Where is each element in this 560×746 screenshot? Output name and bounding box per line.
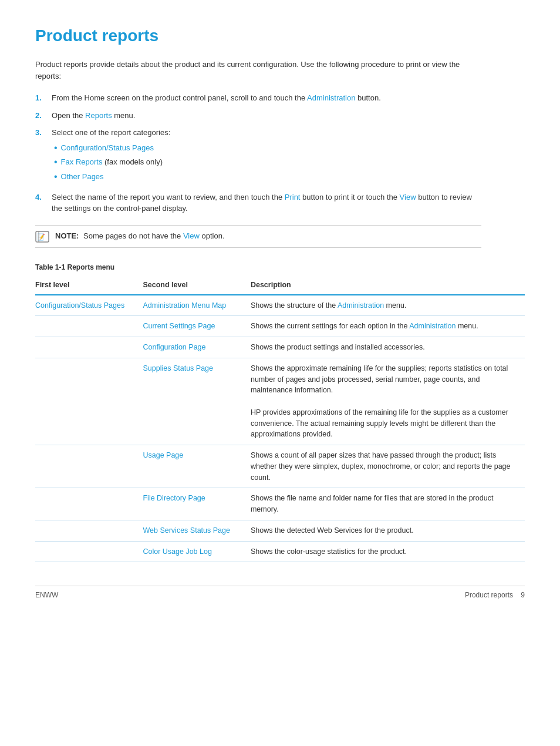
step-2-text: Open the Reports menu. xyxy=(52,110,135,122)
desc-link[interactable]: Administration xyxy=(409,322,456,330)
cell-first-level xyxy=(35,358,143,445)
cell-second-level: Color Usage Job Log xyxy=(143,541,250,562)
sub-item-3: • Other Pages xyxy=(54,171,170,183)
cell-first-level xyxy=(35,337,143,358)
note-icon: 📝 xyxy=(35,231,49,243)
steps-list: 1. From the Home screen on the product c… xyxy=(35,92,525,214)
second-level-link[interactable]: Current Settings Page xyxy=(143,322,215,330)
table-header-row: First level Second level Description xyxy=(35,276,525,295)
table-caption: Table 1-1 Reports menu xyxy=(35,262,525,273)
step-2: 2. Open the Reports menu. xyxy=(35,110,481,122)
cell-first-level xyxy=(35,541,143,562)
bullet-2: • xyxy=(54,156,58,169)
table-row: Current Settings PageShows the current s… xyxy=(35,316,525,337)
desc-link[interactable]: Administration xyxy=(338,301,384,310)
cell-description: Shows the product settings and installed… xyxy=(251,337,525,358)
cell-description: Shows the current settings for each opti… xyxy=(251,316,525,337)
cell-description: Shows the color-usage statistics for the… xyxy=(251,541,525,562)
cell-description: Shows the approximate remaining life for… xyxy=(251,358,525,445)
step-4: 4. Select the name of the report you wan… xyxy=(35,191,481,214)
cell-first-level xyxy=(35,316,143,337)
step-3-text: Select one of the report categories: • C… xyxy=(52,127,170,186)
step-3-num: 3. xyxy=(35,127,47,186)
cell-second-level: Supplies Status Page xyxy=(143,358,250,445)
print-link[interactable]: Print xyxy=(285,193,301,201)
table-row: Supplies Status PageShows the approximat… xyxy=(35,358,525,445)
cell-first-level xyxy=(35,445,143,488)
cell-second-level: File Directory Page xyxy=(143,488,250,520)
view-link-1[interactable]: View xyxy=(400,193,416,201)
sub-list: • Configuration/Status Pages • Fax Repor… xyxy=(54,142,170,183)
col-header-first: First level xyxy=(35,276,143,295)
administration-link-1[interactable]: Administration xyxy=(307,93,355,102)
step-1-num: 1. xyxy=(35,92,47,104)
col-header-desc: Description xyxy=(251,276,525,295)
second-level-link[interactable]: File Directory Page xyxy=(143,494,205,502)
reports-table: First level Second level Description Con… xyxy=(35,276,525,563)
sub-item-1: • Configuration/Status Pages xyxy=(54,142,170,154)
second-level-link[interactable]: Web Services Status Page xyxy=(143,526,230,535)
sub-item-2: • Fax Reports (fax models only) xyxy=(54,156,170,169)
bullet-1: • xyxy=(54,142,58,154)
note-text: NOTE: Some pages do not have the View op… xyxy=(55,230,225,242)
table-row: Web Services Status PageShows the detect… xyxy=(35,520,525,541)
config-status-link[interactable]: Configuration/Status Pages xyxy=(61,143,154,152)
intro-text: Product reports provide details about th… xyxy=(35,59,481,82)
first-level-link[interactable]: Configuration/Status Pages xyxy=(35,301,124,310)
cell-second-level: Usage Page xyxy=(143,445,250,488)
second-level-link[interactable]: Administration Menu Map xyxy=(143,301,226,310)
step-4-num: 4. xyxy=(35,191,47,214)
step-2-num: 2. xyxy=(35,110,47,122)
cell-description: Shows a count of all paper sizes that ha… xyxy=(251,445,525,488)
table-row: Configuration/Status PagesAdministration… xyxy=(35,295,525,316)
reports-link[interactable]: Reports xyxy=(85,111,112,120)
second-level-link[interactable]: Usage Page xyxy=(143,451,183,459)
cell-first-level xyxy=(35,520,143,541)
cell-description: Shows the structure of the Administratio… xyxy=(251,295,525,316)
table-row: Usage PageShows a count of all paper siz… xyxy=(35,445,525,488)
footer: ENWW Product reports 9 xyxy=(35,586,525,600)
cell-description: Shows the file name and folder name for … xyxy=(251,488,525,520)
svg-text:📝: 📝 xyxy=(37,233,45,241)
other-pages-link[interactable]: Other Pages xyxy=(61,172,104,181)
fax-reports-link[interactable]: Fax Reports xyxy=(61,157,103,166)
cell-description: Shows the detected Web Services for the … xyxy=(251,520,525,541)
second-level-link[interactable]: Configuration Page xyxy=(143,343,205,351)
second-level-link[interactable]: Supplies Status Page xyxy=(143,364,213,372)
cell-second-level: Administration Menu Map xyxy=(143,295,250,316)
col-header-second: Second level xyxy=(143,276,250,295)
step-3: 3. Select one of the report categories: … xyxy=(35,127,481,186)
step-1: 1. From the Home screen on the product c… xyxy=(35,92,481,104)
bullet-3: • xyxy=(54,171,58,183)
cell-second-level: Configuration Page xyxy=(143,337,250,358)
table-row: Color Usage Job LogShows the color-usage… xyxy=(35,541,525,562)
view-link-note[interactable]: View xyxy=(183,231,200,240)
second-level-link[interactable]: Color Usage Job Log xyxy=(143,547,211,556)
step-1-text: From the Home screen on the product cont… xyxy=(52,92,381,104)
page-title: Product reports xyxy=(35,23,525,48)
table-row: File Directory PageShows the file name a… xyxy=(35,488,525,520)
footer-right: Product reports 9 xyxy=(465,590,525,600)
note-box: 📝 NOTE: Some pages do not have the View … xyxy=(35,225,481,248)
step-4-text: Select the name of the report you want t… xyxy=(52,191,481,214)
cell-first-level: Configuration/Status Pages xyxy=(35,295,143,316)
table-row: Configuration PageShows the product sett… xyxy=(35,337,525,358)
cell-second-level: Current Settings Page xyxy=(143,316,250,337)
cell-second-level: Web Services Status Page xyxy=(143,520,250,541)
cell-first-level xyxy=(35,488,143,520)
footer-left: ENWW xyxy=(35,590,58,600)
